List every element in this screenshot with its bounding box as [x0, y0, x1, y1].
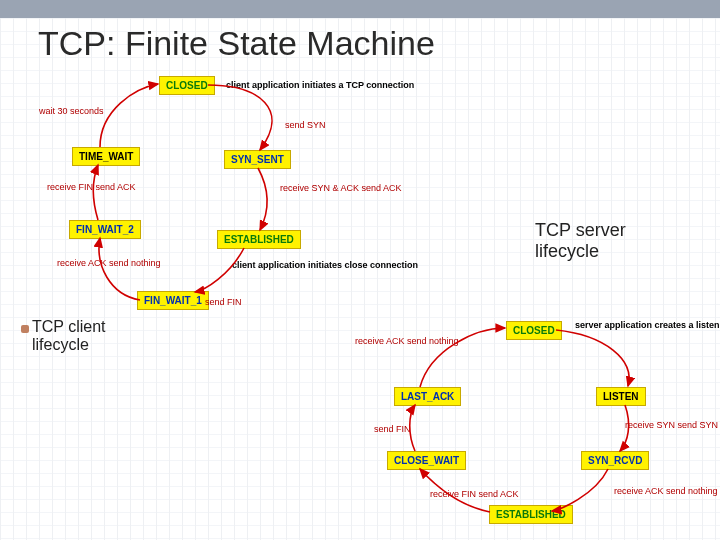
bullet-icon: [21, 325, 29, 333]
ann-client-send-fin: send FIN: [205, 297, 242, 307]
state-server-close-wait: CLOSE_WAIT: [387, 451, 466, 470]
ann-server-recv-fin: receive FIN send ACK: [430, 489, 519, 499]
ann-client-wait30: wait 30 seconds: [39, 106, 104, 116]
state-client-time-wait: TIME_WAIT: [72, 147, 140, 166]
state-server-last-ack: LAST_ACK: [394, 387, 461, 406]
state-server-closed: CLOSED: [506, 321, 562, 340]
state-server-listen: LISTEN: [596, 387, 646, 406]
state-client-fin-wait-2: FIN_WAIT_2: [69, 220, 141, 239]
ann-server-recv-ack2: receive ACK send nothing: [355, 336, 459, 346]
caption-client-lifecycle: TCP client lifecycle: [32, 318, 106, 354]
ann-server-recv-ack: receive ACK send nothing: [614, 486, 718, 496]
caption-server-lifecycle: TCP server lifecycle: [535, 220, 626, 262]
ann-server-create: server application creates a listen sock…: [575, 320, 720, 330]
ann-client-init: client application initiates a TCP conne…: [226, 80, 414, 90]
ann-client-recv-fin: receive FIN send ACK: [47, 182, 136, 192]
state-client-closed: CLOSED: [159, 76, 215, 95]
state-server-established: ESTABLISHED: [489, 505, 573, 524]
ann-client-recv-ack: receive ACK send nothing: [57, 258, 161, 268]
slide-accent-bar: [0, 0, 720, 18]
ann-server-send-fin: send FIN: [374, 424, 411, 434]
state-client-syn-sent: SYN_SENT: [224, 150, 291, 169]
state-client-fin-wait-1: FIN_WAIT_1: [137, 291, 209, 310]
ann-client-close: client application initiates close conne…: [232, 260, 418, 270]
ann-client-recv-synack: receive SYN & ACK send ACK: [280, 183, 402, 193]
state-client-established: ESTABLISHED: [217, 230, 301, 249]
ann-server-recv-syn: receive SYN send SYN & ACK: [625, 420, 720, 430]
ann-client-send-syn: send SYN: [285, 120, 326, 130]
state-server-syn-rcvd: SYN_RCVD: [581, 451, 649, 470]
slide-title: TCP: Finite State Machine: [38, 24, 435, 63]
